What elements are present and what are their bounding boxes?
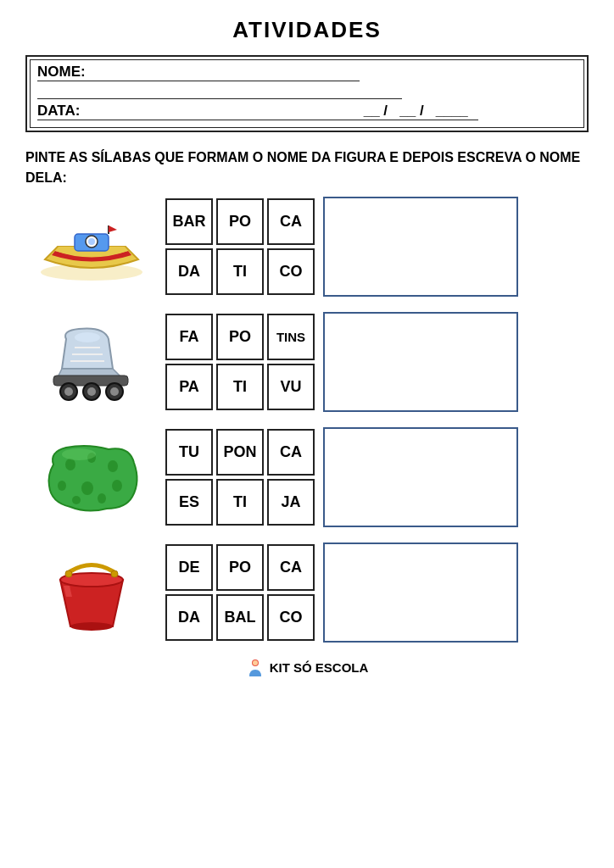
- syllable-row-boat-1: BAR PO CA: [165, 198, 315, 245]
- syllables-bucket: DE PO CA DA BAL CO: [165, 544, 315, 641]
- figure-bucket: [25, 550, 157, 635]
- syllable-vu: VU: [267, 364, 315, 410]
- svg-point-16: [75, 332, 100, 342]
- syllable-po-3: PO: [216, 544, 264, 591]
- syllable-ca-3: CA: [267, 544, 315, 591]
- svg-point-10: [87, 387, 96, 396]
- svg-marker-5: [109, 225, 117, 232]
- syllable-row-sponge-2: ES TI JA: [165, 479, 315, 526]
- activity-bucket: DE PO CA DA BAL CO: [25, 542, 589, 643]
- syllable-ca-1: CA: [267, 198, 315, 245]
- svg-point-27: [70, 622, 113, 631]
- answer-boat[interactable]: [323, 197, 518, 297]
- figure-skate: [25, 322, 157, 403]
- syllables-sponge: TU PON CA ES TI JA: [165, 429, 315, 526]
- syllable-po-1: PO: [216, 198, 264, 245]
- syllable-ca-2: CA: [267, 429, 315, 476]
- syllable-da-2: DA: [165, 594, 213, 641]
- svg-point-29: [111, 570, 118, 577]
- skate-icon: [36, 322, 147, 403]
- svg-point-20: [58, 481, 66, 491]
- nome-underline: [37, 81, 402, 99]
- svg-point-25: [62, 448, 96, 460]
- brand-icon: [246, 658, 265, 676]
- svg-point-21: [81, 481, 93, 495]
- syllable-row-boat-2: DA TI CO: [165, 248, 315, 295]
- syllable-ti-3: TI: [216, 479, 264, 526]
- syllable-row-skate-1: FA PO TINS: [165, 314, 315, 360]
- instruction: PINTE AS SÍLABAS QUE FORMAM O NOME DA FI…: [25, 147, 589, 188]
- svg-point-22: [112, 480, 122, 492]
- syllable-tu: TU: [165, 429, 213, 476]
- svg-point-8: [64, 387, 73, 396]
- syllable-co-1: CO: [267, 248, 315, 295]
- syllable-ti-1: TI: [216, 248, 264, 295]
- svg-point-24: [98, 493, 106, 504]
- syllable-fa: FA: [165, 314, 213, 360]
- data-label: DATA:: [37, 103, 360, 120]
- syllable-row-sponge-1: TU PON CA: [165, 429, 315, 476]
- data-underline: __ / __ / ____: [360, 103, 478, 120]
- activity-sponge: TU PON CA ES TI JA: [25, 427, 589, 527]
- svg-point-17: [65, 459, 75, 470]
- header-box: NOME: DATA: __ / __ / ____: [25, 55, 589, 132]
- syllable-co-2: CO: [267, 594, 315, 641]
- page-title: ATIVIDADES: [25, 17, 589, 43]
- figure-sponge: [25, 439, 157, 515]
- nome-line: NOME:: [37, 64, 577, 99]
- syllable-pon: PON: [216, 429, 264, 476]
- activity-boat: BAR PO CA DA TI CO: [25, 197, 589, 297]
- syllable-da-1: DA: [165, 248, 213, 295]
- syllable-row-bucket-2: DA BAL CO: [165, 594, 315, 641]
- figure-boat: [25, 209, 157, 285]
- svg-point-3: [88, 238, 95, 245]
- syllable-row-bucket-1: DE PO CA: [165, 544, 315, 591]
- answer-skate[interactable]: [323, 312, 518, 412]
- nome-label: NOME:: [37, 64, 360, 81]
- syllable-es: ES: [165, 479, 213, 526]
- svg-point-12: [110, 387, 119, 396]
- answer-bucket[interactable]: [323, 542, 518, 643]
- syllables-boat: BAR PO CA DA TI CO: [165, 198, 315, 295]
- syllable-ja: JA: [267, 479, 315, 526]
- sponge-icon: [41, 439, 142, 515]
- syllable-bal: BAL: [216, 594, 264, 641]
- brand-label: KIT SÓ ESCOLA: [270, 660, 369, 675]
- syllable-row-skate-2: PA TI VU: [165, 364, 315, 410]
- footer: KIT SÓ ESCOLA: [25, 658, 589, 676]
- syllable-po-2: PO: [216, 314, 264, 360]
- syllable-tins: TINS: [267, 314, 315, 360]
- syllable-bar: BAR: [165, 198, 213, 245]
- bucket-icon: [45, 550, 138, 635]
- svg-point-31: [253, 660, 258, 665]
- syllable-pa: PA: [165, 364, 213, 410]
- activity-skate: FA PO TINS PA TI VU: [25, 312, 589, 412]
- svg-point-23: [72, 496, 81, 504]
- boat-icon: [36, 209, 147, 285]
- answer-sponge[interactable]: [323, 427, 518, 527]
- syllable-de: DE: [165, 544, 213, 591]
- svg-point-19: [108, 460, 118, 472]
- syllable-ti-2: TI: [216, 364, 264, 410]
- data-line: DATA: __ / __ / ____: [37, 103, 577, 120]
- svg-point-28: [65, 570, 72, 577]
- syllables-skate: FA PO TINS PA TI VU: [165, 314, 315, 410]
